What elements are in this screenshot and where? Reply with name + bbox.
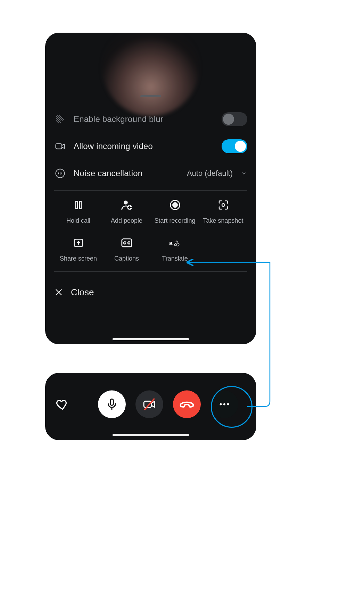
blur-icon xyxy=(54,113,66,125)
divider xyxy=(54,190,247,191)
video-icon xyxy=(54,140,66,152)
person-add-icon xyxy=(120,198,133,212)
translate-button[interactable]: aあ Translate xyxy=(151,236,199,262)
divider-2 xyxy=(54,271,247,272)
background-blur-toggle[interactable] xyxy=(222,112,247,126)
row-noise-cancellation[interactable]: Noise cancellation Auto (default) xyxy=(54,160,247,187)
snapshot-icon xyxy=(217,198,230,212)
incoming-video-label: Allow incoming video xyxy=(74,141,153,151)
add-people-button[interactable]: Add people xyxy=(102,198,151,224)
record-icon xyxy=(168,198,182,212)
hold-call-label: Hold call xyxy=(66,217,90,224)
close-label: Close xyxy=(71,287,94,298)
translate-label: Translate xyxy=(162,255,188,262)
hold-call-button[interactable]: Hold call xyxy=(54,198,102,224)
add-people-label: Add people xyxy=(111,217,142,224)
background-blur-label: Enable background blur xyxy=(74,114,163,124)
noise-cancel-icon xyxy=(54,167,66,179)
camera-toggle-button[interactable] xyxy=(135,391,163,418)
svg-point-7 xyxy=(173,203,177,207)
share-screen-label: Share screen xyxy=(60,255,97,262)
action-grid: Hold call Add people Start recording Tak… xyxy=(54,198,247,262)
react-button[interactable] xyxy=(52,395,71,414)
take-snapshot-label: Take snapshot xyxy=(203,217,243,224)
take-snapshot-button[interactable]: Take snapshot xyxy=(199,198,247,224)
svg-rect-0 xyxy=(56,144,62,149)
svg-point-15 xyxy=(220,403,222,405)
mute-button[interactable] xyxy=(98,391,126,418)
start-recording-button[interactable]: Start recording xyxy=(151,198,199,224)
row-background-blur[interactable]: Enable background blur xyxy=(54,106,247,133)
close-button[interactable]: Close xyxy=(54,278,247,306)
captions-label: Captions xyxy=(114,255,139,262)
captions-icon xyxy=(120,236,133,249)
row-incoming-video[interactable]: Allow incoming video xyxy=(54,133,247,160)
end-call-button[interactable] xyxy=(173,391,201,418)
call-settings-sheet: Enable background blur Allow incoming vi… xyxy=(45,33,256,344)
sheet-grabber[interactable] xyxy=(140,95,161,97)
chevron-down-icon xyxy=(240,167,247,179)
home-indicator xyxy=(113,338,189,340)
share-screen-icon xyxy=(72,236,85,249)
noise-cancel-value: Auto (default) xyxy=(187,169,233,178)
captions-button[interactable]: Captions xyxy=(102,236,151,262)
svg-rect-2 xyxy=(76,201,77,208)
svg-text:a: a xyxy=(169,240,172,246)
more-options-button[interactable] xyxy=(210,391,238,418)
svg-point-17 xyxy=(227,403,229,405)
pause-icon xyxy=(72,198,85,212)
share-screen-button[interactable]: Share screen xyxy=(54,236,102,262)
svg-point-16 xyxy=(223,403,225,405)
close-icon xyxy=(54,288,63,297)
avatar-blur xyxy=(102,33,199,116)
noise-cancel-label: Noise cancellation xyxy=(74,169,142,178)
svg-point-8 xyxy=(222,204,225,206)
call-control-bar xyxy=(45,373,256,440)
translate-icon: aあ xyxy=(168,236,182,249)
start-recording-label: Start recording xyxy=(154,217,195,224)
svg-text:あ: あ xyxy=(174,240,180,247)
svg-rect-3 xyxy=(79,201,81,208)
svg-point-4 xyxy=(124,200,127,204)
home-indicator-2 xyxy=(113,434,189,436)
incoming-video-toggle[interactable] xyxy=(222,139,247,153)
svg-rect-13 xyxy=(110,399,114,405)
